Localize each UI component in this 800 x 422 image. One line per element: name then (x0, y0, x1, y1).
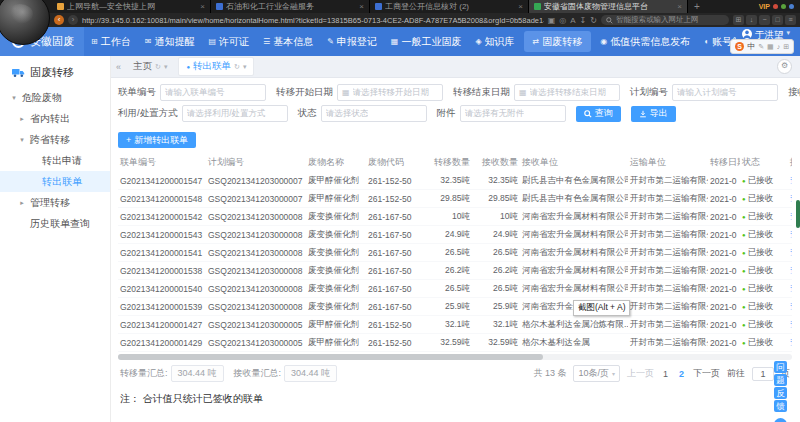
back-to-top-button[interactable]: ↑ (774, 418, 787, 422)
browser-tab[interactable]: 上网导航—安全快捷上网× (52, 0, 211, 13)
ime-keyboard-icon[interactable]: ▦ (767, 43, 774, 51)
table-row[interactable]: G2021341200001540GSQ2021341203000008废变换催… (118, 280, 792, 298)
table-row[interactable]: G2021341200001543GSQ2021341203000008废变换催… (118, 226, 792, 244)
tab-close-icon[interactable]: × (359, 2, 364, 11)
tab-close-icon[interactable]: × (518, 2, 523, 11)
table-row[interactable]: G2021341200001538GSQ2021341203000008废变换催… (118, 262, 792, 280)
action-link[interactable]: 查看 (790, 265, 792, 275)
refresh-icon[interactable]: ↻ (590, 16, 597, 25)
ime-mode[interactable]: 中 (747, 41, 755, 52)
back-icon[interactable]: ‹ (54, 15, 64, 25)
font-icon[interactable]: A (570, 16, 575, 25)
next-page-button[interactable]: 下一页 (693, 367, 720, 380)
browser-addon-icon[interactable] (789, 4, 794, 9)
horizontal-scrollbar[interactable] (118, 354, 792, 360)
action-link[interactable]: 查看 (790, 193, 792, 203)
ime-mic-icon[interactable]: ♪ (777, 43, 781, 50)
date-picker[interactable]: ▦请选择转移开始日期 (337, 84, 443, 101)
table-row[interactable]: G2021341200001427GSQ2021341203000005废甲醇催… (118, 316, 792, 334)
page-number[interactable]: 2 (677, 369, 686, 379)
export-button[interactable]: 导出 (631, 106, 676, 122)
text-input[interactable]: 请输入计划编号 (672, 84, 778, 101)
refresh-icon[interactable]: ↻ (234, 63, 240, 71)
zoom-icon[interactable]: ◎ (559, 16, 566, 25)
sidebar-item[interactable]: ▾跨省转移 (0, 129, 110, 150)
select-input[interactable]: 请选择有无附件 (460, 105, 566, 122)
action-link[interactable]: 查看 (790, 319, 792, 329)
topnav-item[interactable]: ✉通知提醒 (138, 27, 202, 56)
sidebar-item[interactable]: ▸省内转出 (0, 108, 110, 129)
gear-icon[interactable]: ⚙ (777, 59, 792, 74)
sidebar-item[interactable]: ▾危险废物 (0, 87, 110, 108)
chevron-down-icon[interactable]: ▾ (243, 63, 247, 71)
add-manifest-button[interactable]: + 新增转出联单 (118, 132, 196, 148)
tab-close-icon[interactable]: × (677, 2, 682, 11)
sidebar-item[interactable]: 历史联单查询 (0, 213, 110, 234)
topnav-item[interactable]: ◈知识库 (468, 27, 521, 56)
table-row[interactable]: G2021341200001539GSQ2021341203000008废变换催… (118, 298, 792, 316)
topnav-item[interactable]: ⇄固废转移 (524, 31, 592, 52)
vertical-scrollbar-thumb[interactable] (796, 200, 800, 228)
address-input[interactable]: http://39.145.0.162:10081/main/view/home… (82, 16, 544, 25)
action-link[interactable]: 查看 (790, 175, 792, 185)
action-link[interactable]: 查看 (790, 301, 792, 311)
chevron-down-icon[interactable]: ▾ (164, 63, 168, 71)
topnav-item[interactable]: ▦一般工业固废 (384, 27, 469, 56)
feedback-button[interactable]: 馈 (774, 400, 787, 412)
sidebar-item[interactable]: ▸管理转移 (0, 192, 110, 213)
sidebar-item[interactable]: 转出申请 (0, 150, 110, 171)
table-row[interactable]: G2021341200001548GSQ2021341203000007废甲醇催… (118, 190, 792, 208)
prev-page-button[interactable]: 上一页 (627, 367, 654, 380)
ime-tools-icon[interactable]: ⊞ (783, 43, 789, 51)
browser-tab[interactable]: 安徽省固体废物管理信息平台× (529, 0, 688, 13)
feedback-button[interactable]: 题 (774, 374, 787, 386)
maximize-icon[interactable]: □ (772, 15, 783, 25)
panel-icon[interactable]: ⊞ (733, 15, 744, 25)
topnav-item[interactable]: ◉低值供需信息发布 (593, 27, 697, 56)
minimize-icon[interactable]: − (759, 15, 770, 25)
page-tab[interactable]: 主页↻▾ (126, 57, 174, 76)
text-input[interactable]: 请输入联单编号 (160, 84, 266, 101)
table-row[interactable]: G2021341200001547GSQ2021341203000007废甲醇催… (118, 172, 792, 190)
jump-input[interactable]: 1 (752, 367, 774, 381)
action-link[interactable]: 查看 (790, 337, 792, 347)
scrollbar-thumb[interactable] (118, 354, 543, 360)
downloads-icon[interactable]: ↓ (746, 15, 757, 25)
browser-tab[interactable]: 工商登公开信息核对 (2)× (370, 0, 529, 13)
browser-search-box[interactable]: 智能搜索或输入网址上网 (601, 15, 729, 25)
ime-settings-icon[interactable]: ✎ (758, 43, 764, 51)
page-number[interactable]: 1 (661, 369, 670, 379)
browser-tab[interactable]: 石油和化工行业金融服务× (211, 0, 370, 13)
forward-icon[interactable]: › (68, 15, 78, 25)
select-input[interactable]: 请选择利用/处置方式 (182, 105, 288, 122)
screenshot-icon[interactable]: ▣ (548, 16, 556, 25)
menu-icon[interactable]: ≡ (785, 15, 796, 25)
tab-close-icon[interactable]: × (200, 2, 205, 11)
page-tab[interactable]: ●转出联单↻▾ (178, 57, 254, 76)
table-row[interactable]: G2021341200001542GSQ2021341203000008废变换催… (118, 208, 792, 226)
feedback-button[interactable]: 问 (774, 361, 787, 373)
browser-addon-icon[interactable] (781, 4, 786, 9)
topnav-item[interactable]: ✎申报登记 (320, 27, 384, 56)
vip-badge[interactable]: VIP (759, 3, 770, 10)
action-link[interactable]: 查看 (790, 247, 792, 257)
topnav-item[interactable]: ▤许可证 (201, 27, 256, 56)
table-row[interactable]: G2021341200001541GSQ2021341203000008废变换催… (118, 244, 792, 262)
feedback-button[interactable]: 反 (774, 387, 787, 399)
refresh-icon[interactable]: ↻ (155, 63, 161, 71)
action-link[interactable]: 查看 (790, 229, 792, 239)
page-size-select[interactable]: 10条/页▾ (573, 365, 620, 382)
date-picker[interactable]: ▦请选择转移结束日期 (514, 84, 620, 101)
action-link[interactable]: 查看 (790, 211, 792, 221)
chevron-left-icon[interactable]: « (116, 62, 121, 72)
browser-addon-icon[interactable] (773, 4, 778, 9)
table-row[interactable]: G2021341200001429GSQ2021341203000005废甲醇催… (118, 334, 792, 352)
action-link[interactable]: 查看 (790, 283, 792, 293)
select-input[interactable]: 请选择状态 (321, 105, 427, 122)
sidebar-item[interactable]: 转出联单 (0, 171, 110, 192)
ime-toolbar[interactable]: S 中 ✎ ▦ ♪ ⊞ (730, 39, 794, 54)
topnav-item[interactable]: ☰基本信息 (256, 27, 320, 56)
search-button[interactable]: 查询 (576, 106, 621, 122)
download-icon[interactable]: ↧ (580, 16, 587, 25)
ime-logo-icon[interactable]: S (735, 42, 744, 51)
